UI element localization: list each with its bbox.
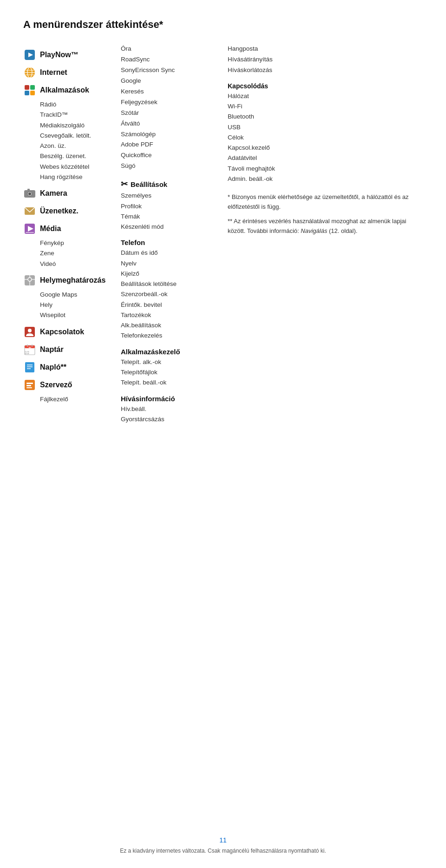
item-admin: Admin. beáll.-ok [228,174,423,184]
sub-radio: Rádió [40,99,121,110]
beallitasok-section: ✂ Beállítások Személyes Profilok Témák K… [121,179,228,232]
footnote-area: * Bizonyos menük elérhetősége az üzemelt… [228,192,423,236]
item-telepitalk: Telepít. alk.-ok [121,357,228,367]
svg-rect-7 [25,85,29,90]
alkalmazaskezelo-heading: Alkalmazáskezelő [121,348,228,356]
item-bluetooth: Bluetooth [228,112,423,122]
item-szenzorbeall: Szenzorbeáll.-ok [121,289,228,299]
item-szemelyes: Személyes [121,191,228,201]
item-kereses: Keresés [121,86,228,97]
item-roadsync: RoadSync [121,54,228,65]
item-datumesido: Dátum és idő [121,248,228,258]
item-hivbeall: Hív.beáll. [121,404,228,414]
footnote-navlink: Navigálás [301,227,327,234]
item-telepitofajlok: Telepítőfájlok [121,367,228,378]
menu-item-szervezo: Szervező [23,378,121,391]
item-erintok: Érintők. bevitel [121,300,228,310]
szervezo-icon [23,378,36,391]
playnow-icon [23,48,36,61]
hivasinformacio-items: Hív.beáll. Gyorstárcsázás [121,404,228,425]
menu-item-internet: Internet [23,66,121,79]
szervezo-label: Szervező [40,381,72,389]
item-szamologep: Számológép [121,129,228,140]
helymeghat-sub: Google Maps Hely Wisepilot [23,290,121,321]
svg-rect-41 [26,387,32,388]
item-kijelezo: Kijelző [121,269,228,279]
sub-beszelg: Beszélg. üzenet. [40,151,121,161]
item-celok: Célok [228,133,423,143]
sub-webes: Webes közzététel [40,162,121,172]
page-container: A menürendszer áttekintése* PlayNow™ [0,0,446,464]
naptar-icon: 30 1 2 3 4 5 6 [23,343,36,356]
beallitasok-heading: ✂ Beállítások [121,179,228,189]
szervezo-sub: Fájlkezelő [23,394,121,404]
sub-fenykep: Fénykép [40,238,121,248]
svg-rect-9 [25,91,29,95]
svg-rect-18 [26,232,34,233]
sub-azon: Azon. üz. [40,141,121,151]
settings-scissors-icon: ✂ [121,179,128,189]
item-usb: USB [228,122,423,133]
item-tartozekok: Tartozékok [121,310,228,320]
sub-csevego: Csevegőalk. letölt. [40,131,121,141]
footnote-2: ** Az érintéses vezérlés használatával m… [228,217,423,236]
svg-rect-10 [30,91,35,95]
item-sonyericsson-sync: SonyEricsson Sync [121,65,228,76]
alkalmazasok-icon [23,84,36,97]
beallitasok-items: Személyes Profilok Témák Készenléti mód [121,191,228,232]
menu-item-media: Média [23,222,121,235]
svg-point-26 [28,329,32,332]
col3-top-items: Hangposta Hívásátirányítás Híváskorlátoz… [228,44,423,76]
column-1: PlayNow™ Internet [23,44,121,404]
item-nyelv: Nyelv [121,258,228,269]
sub-zene: Zene [40,248,121,258]
menu-item-alkalmazasok: Alkalmazások [23,84,121,97]
svg-rect-39 [26,383,33,384]
item-telepitbeall: Telepít. beáll.-ok [121,378,228,388]
svg-rect-14 [27,189,30,191]
kapcsolatok-label: Kapcsolatok [40,328,84,336]
sub-trackid: TrackID™ [40,110,121,120]
item-gyorstarcsazas: Gyorstárcsázás [121,414,228,424]
item-ora: Óra [121,44,228,54]
svg-rect-8 [30,85,35,90]
footnote-1: * Bizonyos menük elérhetősége az üzemelt… [228,192,423,212]
sub-googlemaps: Google Maps [40,290,121,300]
item-alkbeallitasok: Alk.beállítások [121,320,228,331]
naptar-label: Naptár [40,345,64,354]
telefon-section: Telefon Dátum és idő Nyelv Kijelző Beáll… [121,239,228,341]
item-feljegyzesek: Feljegyzések [121,97,228,108]
item-quickoffice: Quickoffice [121,150,228,161]
item-atvalto: Átváltó [121,119,228,129]
helymeghat-icon [23,274,36,287]
sub-wisepilot: Wisepilot [40,310,121,320]
item-kapcsolkezelo: Kapcsol.kezelő [228,143,423,153]
menu-item-naptar: 30 1 2 3 4 5 6 Naptár [23,343,121,356]
sub-video: Videó [40,259,121,269]
item-profilok: Profilok [121,201,228,212]
menu-item-kamera: Kamera [23,187,121,200]
sub-fajlkezelo: Fájlkezelő [40,394,121,404]
column-3: Hangposta Hívásátirányítás Híváskorlátoz… [228,44,423,236]
item-hivaskorlat: Híváskorlátozás [228,65,423,76]
telefon-heading: Telefon [121,239,228,246]
media-icon [23,222,36,235]
item-wifi: Wi-Fi [228,101,423,112]
page-title: A menürendszer áttekintése* [23,19,423,31]
item-temak: Témák [121,212,228,222]
telefon-items: Dátum és idő Nyelv Kijelző Beállítások l… [121,248,228,341]
alkalmazasok-label: Alkalmazások [40,86,89,94]
svg-text:4 5 6: 4 5 6 [25,352,30,355]
menu-item-playnow: PlayNow™ [23,48,121,61]
naplo-icon [23,361,36,374]
helymeghat-label: Helymeghatározás [40,276,105,285]
menu-item-uzenetkez: Üzenetkez. [23,205,121,218]
menu-item-kapcsolatok: Kapcsolatok [23,325,121,338]
svg-rect-40 [26,385,31,386]
alkalmazasok-sub: Rádió TrackID™ Médiakiszolgáló Csevegőal… [23,99,121,182]
page-number: 11 [219,836,227,844]
menu-item-helymeghat: Helymeghatározás [23,274,121,287]
main-content: PlayNow™ Internet [23,44,423,426]
footer-text: Ez a kiadvány internetes változata. Csak… [120,848,326,854]
sub-hang: Hang rögzítése [40,172,121,182]
